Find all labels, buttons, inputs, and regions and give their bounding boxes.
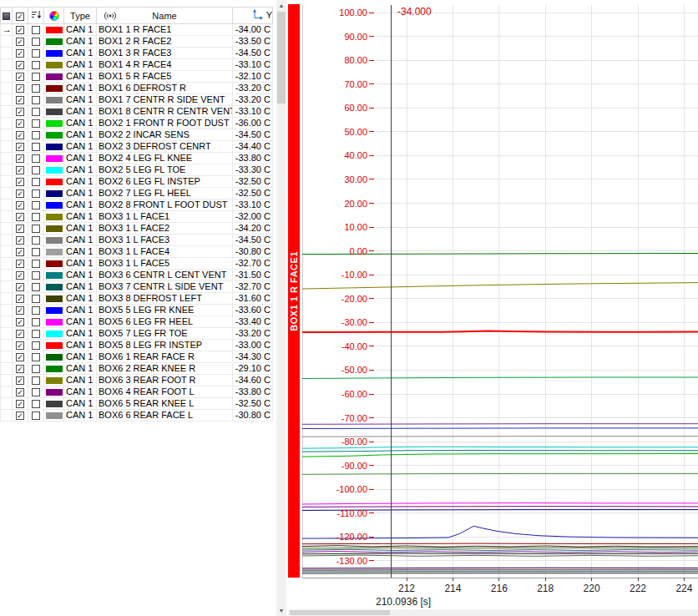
signal-name[interactable]: BOX3 1 L FACE1 — [97, 211, 233, 223]
signal-name[interactable]: BOX3 1 L FACE2 — [97, 223, 233, 235]
signal-color-swatch[interactable] — [46, 132, 63, 139]
signal-flag-checkbox[interactable] — [32, 119, 40, 128]
signal-flag-checkbox[interactable] — [32, 189, 40, 198]
signal-name[interactable]: BOX5 5 LEG FR KNEE — [97, 305, 233, 316]
signal-row[interactable]: →✓CAN 1BOX1 1 R FACE1-34.00 C — [1, 24, 273, 36]
signal-visible-checkbox[interactable]: ✓ — [16, 213, 24, 221]
signal-row[interactable]: ✓CAN 1BOX6 4 REAR FOOT L-33.80 C — [1, 386, 273, 398]
signal-color-swatch[interactable] — [46, 401, 63, 407]
signal-flag-checkbox[interactable] — [32, 26, 40, 34]
signal-name[interactable]: BOX3 6 CENTR L CENT VENT — [97, 270, 233, 281]
signal-color-swatch[interactable] — [46, 144, 63, 150]
signal-flag-checkbox[interactable] — [32, 225, 40, 233]
signal-name[interactable]: BOX2 8 FRONT L FOOT DUST — [97, 199, 233, 211]
signal-color-swatch[interactable] — [46, 412, 63, 419]
signal-visible-checkbox[interactable]: ✓ — [16, 119, 24, 128]
signal-visible-checkbox[interactable]: ✓ — [16, 225, 24, 233]
signal-name[interactable]: BOX3 1 L FACE3 — [97, 235, 233, 246]
signal-flag-checkbox[interactable] — [32, 49, 40, 58]
signal-name[interactable]: BOX6 3 REAR FOOT R — [97, 375, 233, 386]
signal-row[interactable]: ✓CAN 1BOX1 5 R FACE5-32.10 C — [1, 71, 273, 83]
signal-flag-checkbox[interactable] — [32, 353, 40, 361]
signal-row[interactable]: ✓CAN 1BOX1 7 CENTR R SIDE VENT-33.20 C — [1, 94, 273, 106]
signal-color-swatch[interactable] — [46, 331, 63, 337]
signal-flag-checkbox[interactable] — [32, 248, 40, 256]
signal-row[interactable]: ✓CAN 1BOX2 8 FRONT L FOOT DUST-33.10 C — [1, 199, 273, 211]
signal-visible-checkbox[interactable]: ✓ — [16, 236, 24, 245]
signal-visible-checkbox[interactable]: ✓ — [16, 108, 24, 116]
signal-flag-checkbox[interactable] — [32, 271, 40, 280]
signal-visible-checkbox[interactable]: ✓ — [16, 201, 24, 210]
signal-name[interactable]: BOX1 5 R FACE5 — [97, 71, 233, 83]
table-scrollbar[interactable]: ▲ ▼ — [276, 0, 286, 616]
signal-row[interactable]: ✓CAN 1BOX2 1 FRONT R FOOT DUST-36.00 C — [1, 118, 273, 129]
signal-name[interactable]: BOX5 6 LEG FR HEEL — [97, 316, 233, 328]
signal-visible-checkbox[interactable]: ✓ — [16, 49, 24, 58]
selected-signal-axis-bar[interactable]: BOX1 1 R FACE1 — [288, 4, 300, 578]
corner-header-cell[interactable] — [1, 8, 13, 24]
signal-color-swatch[interactable] — [46, 109, 63, 115]
signal-flag-checkbox[interactable] — [32, 236, 40, 245]
signal-flag-checkbox[interactable] — [32, 295, 40, 303]
signal-name[interactable]: BOX2 2 INCAR SENS — [97, 129, 233, 141]
signal-visible-checkbox[interactable]: ✓ — [16, 84, 24, 93]
signal-color-swatch[interactable] — [46, 155, 63, 162]
signal-row[interactable]: ✓CAN 1BOX2 4 LEG FL KNEE-33.80 C — [1, 153, 273, 164]
signal-visible-checkbox[interactable]: ✓ — [16, 248, 24, 256]
signal-visible-checkbox[interactable]: ✓ — [16, 412, 24, 420]
signal-row[interactable]: ✓CAN 1BOX6 6 REAR FACE L-30.80 C — [1, 410, 273, 422]
signal-color-swatch[interactable] — [46, 389, 63, 396]
signal-row[interactable]: ✓CAN 1BOX3 1 L FACE3-34.50 C — [1, 235, 273, 246]
signal-row[interactable]: ✓CAN 1BOX2 3 DEFROST CENRT-34.40 C — [1, 141, 273, 153]
signal-color-swatch[interactable] — [46, 295, 63, 302]
y-column-header[interactable]: Y — [233, 8, 273, 24]
signal-name[interactable]: BOX2 4 LEG FL KNEE — [97, 153, 233, 164]
signal-visible-checkbox[interactable]: ✓ — [16, 365, 24, 373]
signal-name[interactable]: BOX2 6 LEG FL INSTEP — [97, 176, 233, 188]
signal-flag-checkbox[interactable] — [32, 400, 40, 408]
signal-row[interactable]: ✓CAN 1BOX3 1 L FACE1-32.00 C — [1, 211, 273, 223]
signal-color-swatch[interactable] — [46, 354, 63, 361]
signal-name[interactable]: BOX6 2 REAR KNEE R — [97, 363, 233, 375]
signal-visible-checkbox[interactable]: ✓ — [16, 26, 24, 34]
signal-visible-checkbox[interactable]: ✓ — [16, 96, 24, 104]
signal-flag-checkbox[interactable] — [32, 178, 40, 186]
signal-color-swatch[interactable] — [46, 237, 63, 244]
signal-name[interactable]: BOX3 1 L FACE5 — [97, 258, 233, 270]
signal-name[interactable]: BOX6 1 REAR FACE R — [97, 351, 233, 363]
signal-flag-checkbox[interactable] — [32, 61, 40, 69]
signal-name[interactable]: BOX1 7 CENTR R SIDE VENT — [97, 94, 233, 106]
signal-flag-checkbox[interactable] — [32, 341, 40, 350]
visible-column-header[interactable]: ✓ — [13, 8, 28, 24]
signal-color-swatch[interactable] — [46, 167, 63, 174]
signal-flag-checkbox[interactable] — [32, 388, 40, 396]
signal-color-swatch[interactable] — [46, 260, 63, 267]
signal-visible-checkbox[interactable]: ✓ — [16, 271, 24, 280]
signal-visible-checkbox[interactable]: ✓ — [16, 260, 24, 268]
signal-flag-checkbox[interactable] — [32, 318, 40, 326]
signal-color-swatch[interactable] — [46, 190, 63, 197]
signal-row[interactable]: ✓CAN 1BOX3 7 CENTR L SIDE VENT-32.70 C — [1, 281, 273, 293]
signal-visible-checkbox[interactable]: ✓ — [16, 73, 24, 81]
signal-color-swatch[interactable] — [46, 272, 63, 279]
signal-color-swatch[interactable] — [46, 377, 63, 384]
signal-row[interactable]: ✓CAN 1BOX5 5 LEG FR KNEE-33.60 C — [1, 305, 273, 316]
signal-row[interactable]: ✓CAN 1BOX5 6 LEG FR HEEL-33.40 C — [1, 316, 273, 328]
signal-row[interactable]: ✓CAN 1BOX3 8 DEFROST LEFT-31.60 C — [1, 293, 273, 305]
signal-flag-checkbox[interactable] — [32, 154, 40, 163]
signal-color-swatch[interactable] — [46, 214, 63, 220]
signal-row[interactable]: ✓CAN 1BOX1 6 DEFROST R-33.20 C — [1, 83, 273, 94]
signal-visible-checkbox[interactable]: ✓ — [16, 166, 24, 174]
signal-row[interactable]: ✓CAN 1BOX5 8 LEG FR INSTEP-33.00 C — [1, 340, 273, 351]
signal-row[interactable]: ✓CAN 1BOX3 1 L FACE5-32.70 C — [1, 258, 273, 270]
signal-visible-checkbox[interactable]: ✓ — [16, 376, 24, 385]
signal-color-swatch[interactable] — [46, 225, 63, 232]
signal-flag-checkbox[interactable] — [32, 96, 40, 104]
signal-color-swatch[interactable] — [46, 249, 63, 255]
signal-visible-checkbox[interactable]: ✓ — [16, 306, 24, 315]
signal-row[interactable]: ✓CAN 1BOX2 2 INCAR SENS-34.50 C — [1, 129, 273, 141]
signal-name[interactable]: BOX1 3 R FACE3 — [97, 48, 233, 59]
signal-color-swatch[interactable] — [46, 38, 63, 45]
signal-flag-checkbox[interactable] — [32, 38, 40, 46]
signal-color-swatch[interactable] — [46, 342, 63, 349]
